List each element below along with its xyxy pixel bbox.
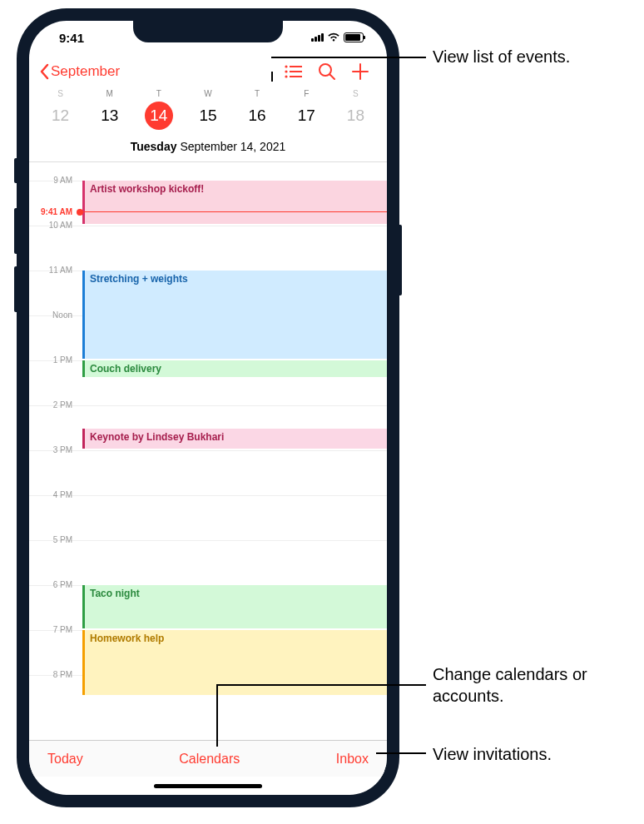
hour-label: 10 AM <box>29 221 77 230</box>
bottom-toolbar: Today Calendars Inbox <box>29 740 387 777</box>
chevron-left-icon <box>39 63 49 80</box>
hour-label: 11 AM <box>29 266 77 275</box>
calendar-event[interactable]: Couch delivery <box>82 360 387 377</box>
hour-label: 3 PM <box>29 445 77 454</box>
callout-line <box>271 57 426 58</box>
hour-label: Noon <box>29 310 77 320</box>
volume-up-button <box>14 208 17 254</box>
date-header: Tuesday September 14, 2021 <box>29 137 387 162</box>
hour-label: 1 PM <box>29 355 77 365</box>
calendars-button[interactable]: Calendars <box>179 752 240 767</box>
svg-rect-1 <box>290 66 302 67</box>
day-timeline[interactable]: 9 AM10 AM11 AMNoon1 PM2 PM3 PM4 PM5 PM6 … <box>29 162 387 740</box>
day-number[interactable]: 17 <box>282 102 331 130</box>
day-number[interactable]: 18 <box>331 102 380 130</box>
hour-line: 10 AM <box>29 226 387 271</box>
hour-label: 8 PM <box>29 670 77 679</box>
calendar-event[interactable]: Taco night <box>82 585 387 628</box>
callout-line <box>376 752 426 754</box>
hour-label: 6 PM <box>29 580 77 589</box>
list-view-button[interactable] <box>277 58 310 85</box>
svg-line-7 <box>330 75 335 80</box>
day-number[interactable]: 14 <box>134 102 183 130</box>
mute-switch <box>14 158 17 183</box>
home-indicator[interactable] <box>29 777 387 795</box>
svg-rect-5 <box>290 76 302 77</box>
hour-label: 7 PM <box>29 625 77 634</box>
weekday-letter: W <box>183 89 232 98</box>
weekday-letter: M <box>85 89 134 98</box>
weekday-letter: S <box>36 89 85 98</box>
day-number-row: 12131415161718 <box>29 98 387 137</box>
hour-line: 3 PM <box>29 450 387 495</box>
plus-icon <box>351 62 369 81</box>
weekday-letter: T <box>134 89 183 98</box>
wifi-icon <box>327 32 340 42</box>
weekday-row: SMTWTFS <box>29 89 387 98</box>
callout-line <box>216 684 426 686</box>
now-indicator <box>81 211 387 212</box>
back-button[interactable]: September <box>39 63 120 80</box>
list-icon <box>285 65 303 78</box>
calendar-event[interactable]: Artist workshop kickoff! <box>82 181 387 224</box>
now-label: 9:41 AM <box>29 207 77 216</box>
callout-list-events: View list of events. <box>433 46 570 67</box>
weekday-letter: T <box>233 89 282 98</box>
add-event-button[interactable] <box>344 58 377 85</box>
inbox-button[interactable]: Inbox <box>336 752 369 767</box>
svg-point-4 <box>285 75 287 77</box>
phone-frame: 9:41 September <box>17 8 399 807</box>
power-button <box>399 225 402 295</box>
svg-point-2 <box>285 70 287 72</box>
hour-label: 2 PM <box>29 400 77 410</box>
search-icon <box>318 62 336 81</box>
callout-line <box>271 72 273 82</box>
back-label: September <box>51 63 120 80</box>
callout-line <box>216 684 218 728</box>
svg-point-0 <box>285 65 287 67</box>
callout-line <box>216 728 218 747</box>
day-number[interactable]: 12 <box>36 102 85 130</box>
date-header-dow: Tuesday <box>131 140 177 153</box>
hour-label: 4 PM <box>29 490 77 499</box>
day-number[interactable]: 13 <box>85 102 134 130</box>
calendar-event[interactable]: Keynote by Lindsey Bukhari <box>82 429 387 449</box>
date-header-rest: September 14, 2021 <box>177 140 286 153</box>
callout-inbox: View invitations. <box>433 743 552 765</box>
hour-line: 4 PM <box>29 495 387 540</box>
svg-rect-3 <box>290 71 302 72</box>
search-button[interactable] <box>310 58 344 85</box>
hour-label: 9 AM <box>29 176 77 185</box>
cellular-icon <box>311 33 324 42</box>
today-button[interactable]: Today <box>47 752 83 767</box>
battery-icon <box>344 32 364 42</box>
screen: 9:41 September <box>29 21 387 795</box>
hour-line: 5 PM <box>29 540 387 585</box>
day-number[interactable]: 16 <box>233 102 282 130</box>
notch <box>133 21 283 42</box>
weekday-letter: S <box>331 89 380 98</box>
nav-bar: September <box>29 54 387 89</box>
weekday-letter: F <box>282 89 331 98</box>
hour-label: 5 PM <box>29 535 77 544</box>
volume-down-button <box>14 266 17 312</box>
status-time: 9:41 <box>52 31 84 45</box>
status-indicators <box>311 32 364 42</box>
callout-calendars: Change calendars or accounts. <box>433 663 644 707</box>
calendar-event[interactable]: Stretching + weights <box>82 271 387 359</box>
day-number[interactable]: 15 <box>183 102 232 130</box>
